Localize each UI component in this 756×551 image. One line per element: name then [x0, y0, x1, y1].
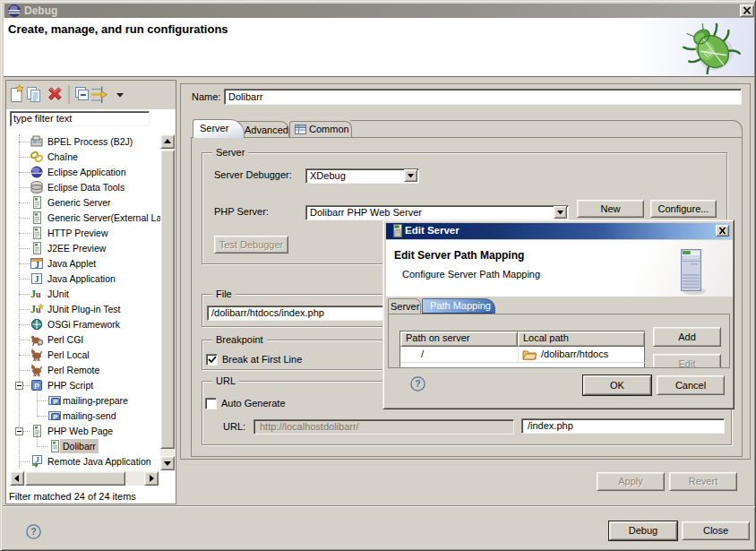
svg-text:J: J — [35, 275, 39, 284]
svg-text:P: P — [53, 398, 57, 406]
svg-text:?: ? — [415, 378, 420, 389]
svg-text:P: P — [53, 413, 57, 421]
svg-text:?: ? — [30, 526, 36, 537]
svg-text:J: J — [35, 260, 39, 270]
svg-text:u: u — [36, 289, 41, 299]
